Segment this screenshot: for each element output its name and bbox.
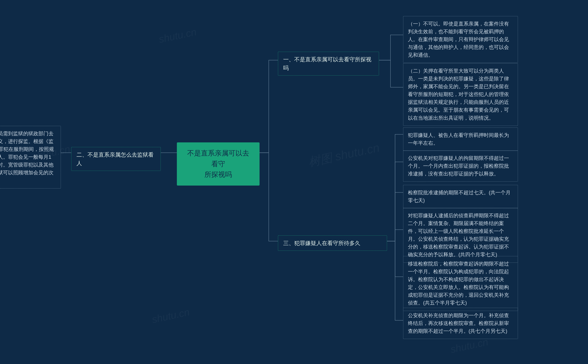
branch-3-label: 三、犯罪嫌疑人在看守所待多久	[283, 240, 360, 246]
leaf-node-3-4[interactable]: 对犯罪嫌疑人逮捕后的侦查羁押期限不得超过二个月。案情复杂、期限届满不能终结的案件…	[403, 208, 518, 263]
leaf-3-2-text: 公安机关对犯罪嫌疑人的拘留期限不得超过一个月。一个月内查出犯罪证据的，报检察院批…	[408, 155, 509, 177]
leaf-1-1-text: （一）不可以。即使是直系亲属，在案件没有判决生效前，也不能到看守所会见被羁押的人…	[408, 21, 509, 58]
leaf-3-3-text: 检察院批准逮捕的期限不超过七天。(共一个月零七天)	[408, 190, 511, 203]
branch-node-3[interactable]: 三、犯罪嫌疑人在看守所待多久	[278, 235, 387, 251]
branch-node-2[interactable]: 二、不是直系亲属怎么去监狱看人	[71, 147, 161, 171]
leaf-node-3-6[interactable]: 公安机关补充侦查的期限为一个月。补充侦查终结后，再次移送检察院审查。检察院从新审…	[403, 308, 518, 339]
leaf-node-3-2[interactable]: 公安机关对犯罪嫌疑人的拘留期限不得超过一个月。一个月内查出犯罪证据的，报检察院批…	[403, 150, 518, 182]
leaf-node-3-5[interactable]: 移送检察院后，检察院审查起诉的期限不超过一个半月。检察院认为构成犯罪的，向法院起…	[403, 256, 518, 311]
root-title-line1: 不是直系亲属可以去看守	[184, 148, 252, 169]
leaf-2-1-text: 非直系亲属探视服刑人员需到监狱的狱政部门去办理手续，以帮教的名义，进行探监。根据…	[0, 131, 54, 183]
watermark: 树图 shutu.cn	[307, 140, 381, 170]
watermark: shutu.cn	[151, 306, 191, 325]
leaf-node-3-1[interactable]: 犯罪嫌疑人、被告人在看守所羁押时间最长为一年半左右。	[403, 127, 518, 151]
leaf-node-2-1[interactable]: 非直系亲属探视服刑人员需到监狱的狱政部门去办理手续，以帮教的名义，进行探监。根据…	[0, 126, 61, 188]
leaf-1-2-text: （二）关押在看守所里大致可以分为两类人员。一类是未判决的犯罪嫌疑，这些是除了律师…	[408, 68, 509, 121]
leaf-node-1-1[interactable]: （一）不可以。即使是直系亲属，在案件没有判决生效前，也不能到看守所会见被羁押的人…	[403, 16, 518, 63]
leaf-3-1-text: 犯罪嫌疑人、被告人在看守所羁押时间最长为一年半左右。	[408, 132, 509, 146]
leaf-node-3-3[interactable]: 检察院批准逮捕的期限不超过七天。(共一个月零七天)	[403, 185, 518, 208]
leaf-3-5-text: 移送检察院后，检察院审查起诉的期限不超过一个半月。检察院认为构成犯罪的，向法院起…	[408, 261, 509, 306]
leaf-3-4-text: 对犯罪嫌疑人逮捕后的侦查羁押期限不得超过二个月。案情复杂、期限届满不能终结的案件…	[408, 213, 509, 257]
branch-1-label: 一、不是直系亲属可以去看守所探视吗	[283, 56, 371, 71]
branch-2-label: 二、不是直系亲属怎么去监狱看人	[77, 152, 154, 166]
root-title-line2: 所探视吗	[184, 169, 252, 180]
watermark: shutu.cn	[158, 26, 197, 45]
root-node[interactable]: 不是直系亲属可以去看守 所探视吗	[177, 142, 260, 186]
leaf-node-1-2[interactable]: （二）关押在看守所里大致可以分为两类人员。一类是未判决的犯罪嫌疑，这些是除了律师…	[403, 63, 518, 126]
leaf-3-6-text: 公安机关补充侦查的期限为一个月。补充侦查终结后，再次移送检察院审查。检察院从新审…	[408, 312, 509, 334]
branch-node-1[interactable]: 一、不是直系亲属可以去看守所探视吗	[278, 52, 379, 76]
